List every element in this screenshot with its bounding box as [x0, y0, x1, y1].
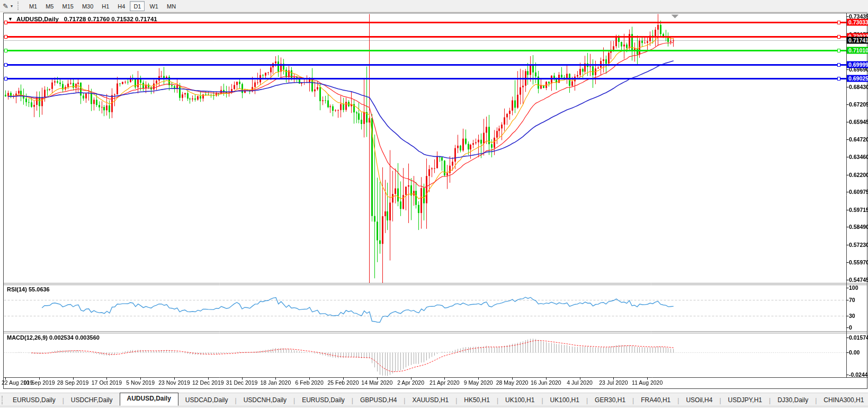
date-label: 31 Dec 2019 — [226, 379, 258, 386]
date-label: 16 Jun 2020 — [531, 379, 561, 386]
price-tick-label: 0.62200 — [849, 172, 868, 178]
tabbar-grip[interactable] — [2, 396, 3, 404]
price-tick-label: 0.58490 — [849, 224, 868, 230]
chart-symbol-label: AUDUSD,Daily — [16, 16, 59, 22]
tab-usoil-h4[interactable]: USOil,H4 — [679, 395, 719, 406]
tab-dj30-daily[interactable]: DJ30,Daily — [771, 395, 815, 406]
price-tick-label: 0.64720 — [849, 136, 868, 143]
tab-ger30-h1[interactable]: GER30,H1 — [588, 395, 632, 406]
timeframe-button-d1[interactable]: D1 — [130, 1, 145, 11]
chart-tool-icon[interactable]: ✎ — [3, 2, 8, 10]
chart-title: ▼AUDUSD,Daily0.71728 0.71760 0.71532 0.7… — [8, 16, 157, 22]
timeframe-buttons: M1M5M15M30H1H4D1W1MN — [25, 1, 180, 11]
chart-ohlc: 0.71728 0.71760 0.71532 0.71741 — [64, 16, 157, 22]
tab-hk50-h1[interactable]: HK50,H1 — [457, 395, 497, 406]
chart-menu-icon[interactable]: ▼ — [8, 16, 13, 22]
tab-uk100-h1[interactable]: UK100,H1 — [543, 395, 586, 406]
date-label: 14 Mar 2020 — [361, 379, 392, 386]
timeframe-button-m5[interactable]: M5 — [42, 1, 57, 11]
rsi-tick-label: 70 — [849, 297, 855, 303]
date-label: 21 Apr 2020 — [429, 379, 460, 386]
tab-items: EURUSD,Daily|USDCHF,DailyAUDUSD,DailyUSD… — [6, 393, 868, 406]
timeframe-button-m15[interactable]: M15 — [58, 1, 77, 11]
mt4-window: ✎ ▾ M1M5M15M30H1H4D1W1MN ▼AUDUSD,Daily0.… — [0, 0, 868, 408]
chart-canvas[interactable] — [0, 0, 868, 408]
price-tick-label: 0.55970 — [849, 259, 868, 265]
rsi-tick-label: 30 — [849, 313, 855, 319]
date-label: 17 Oct 2019 — [92, 379, 122, 386]
tab-eurusd-daily[interactable]: EURUSD,Daily — [6, 395, 62, 406]
timeframe-toolbar: ✎ ▾ M1M5M15M30H1H4D1W1MN — [0, 0, 868, 12]
tab-fra40-h1[interactable]: FRA40,H1 — [634, 395, 677, 406]
price-tick-label: 0.60975 — [849, 189, 868, 195]
tab-china300-h1[interactable]: CHINA300,H1 — [817, 395, 868, 406]
date-label: 5 Nov 2019 — [126, 379, 155, 386]
price-tick-label: 0.59715 — [849, 207, 868, 213]
tab-uk100-h1[interactable]: UK100,H1 — [498, 395, 541, 406]
price-badge: 0.73033 — [847, 19, 868, 25]
chart-tabbar: EURUSD,Daily|USDCHF,DailyAUDUSD,DailyUSD… — [0, 393, 868, 406]
date-label: 10 Sep 2019 — [23, 379, 55, 386]
macd-label: MACD(12,26,9) 0.002534 0.003560 — [7, 334, 100, 341]
date-label: 12 Dec 2019 — [192, 379, 224, 386]
date-label: 2 Apr 2020 — [397, 379, 424, 386]
date-label: 25 Feb 2020 — [328, 379, 359, 386]
toolbar-grip[interactable] — [17, 2, 21, 10]
tab-usdchf-daily[interactable]: USDCHF,Daily — [64, 395, 120, 406]
timeframe-button-w1[interactable]: W1 — [146, 1, 162, 11]
chevron-down-icon[interactable]: ▾ — [11, 4, 13, 8]
date-label: 6 Feb 2020 — [296, 379, 324, 386]
price-tick-label: 0.54745 — [849, 277, 868, 283]
macd-tick-label: -0.024412 — [849, 371, 868, 378]
rsi-tick-label: 100 — [849, 285, 858, 291]
tab-xauusd-h1[interactable]: XAUUSD,H1 — [405, 395, 455, 406]
date-label: 28 Sep 2019 — [57, 379, 89, 386]
date-label: 28 May 2020 — [496, 379, 529, 386]
macd-tick-label: 0.015741 — [849, 334, 868, 341]
price-tick-label: 0.57230 — [849, 242, 868, 248]
tab-eurusd-daily[interactable]: EURUSD,Daily — [295, 395, 352, 406]
price-tick-label: 0.67205 — [849, 101, 868, 108]
status-strip — [0, 406, 868, 408]
price-tick-label: 0.63460 — [849, 154, 868, 160]
date-label: 4 Jul 2020 — [567, 379, 592, 386]
tab-usdcnh-daily[interactable]: USDCNH,Daily — [237, 395, 293, 406]
macd-tick-label: 0.00 — [849, 349, 860, 356]
tab-usdjpy-h1[interactable]: USDJPY,H1 — [721, 395, 769, 406]
price-tick-label: 0.65945 — [849, 119, 868, 125]
rsi-tick-label: 0 — [849, 324, 852, 331]
rsi-label: RSI(14) 55.0636 — [7, 286, 50, 292]
price-badge: 0.69999 — [847, 61, 868, 68]
tab-audusd-daily[interactable]: AUDUSD,Daily — [120, 393, 178, 406]
price-tick-label: 0.68430 — [849, 84, 868, 90]
timeframe-button-m30[interactable]: M30 — [78, 1, 97, 11]
price-badge: 0.69025 — [847, 75, 868, 82]
price-badge: 0.71741 — [847, 37, 868, 44]
timeframe-button-h4[interactable]: H4 — [114, 1, 129, 11]
tab-usdcad-daily[interactable]: USDCAD,Daily — [178, 395, 235, 406]
timeframe-button-h1[interactable]: H1 — [98, 1, 113, 11]
timeframe-button-mn[interactable]: MN — [163, 1, 180, 11]
price-badge: 0.71010 — [847, 47, 868, 54]
date-label: 23 Nov 2019 — [158, 379, 190, 386]
date-label: 18 Jan 2020 — [260, 379, 291, 386]
tab-gbpusd-h4[interactable]: GBPUSD,H4 — [353, 395, 404, 406]
date-label: 23 Jul 2020 — [599, 379, 628, 386]
date-label: 9 May 2020 — [464, 379, 493, 386]
timeframe-button-m1[interactable]: M1 — [25, 1, 41, 11]
date-label: 11 Aug 2020 — [632, 379, 663, 386]
